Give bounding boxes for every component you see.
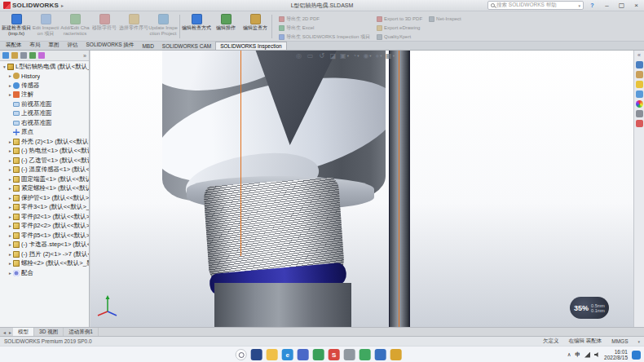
dropdown-arrow-icon[interactable]: ▾: [380, 54, 382, 58]
model-side-rod[interactable]: [389, 51, 410, 327]
tree-item[interactable]: 上视基准面: [0, 109, 89, 119]
expand-arrow-icon[interactable]: ▸: [7, 148, 13, 153]
zoom-fit-icon[interactable]: ◎: [294, 51, 303, 60]
expand-arrow-icon[interactable]: ▸: [7, 233, 13, 238]
tree-item[interactable]: ▸(-) 挡片 (2)<1> ->7 (默认<<默认>_显: [0, 249, 89, 259]
configurationmanager-tab-icon[interactable]: [20, 52, 27, 59]
tree-item[interactable]: ▸零件β2<2> (默认<<默认>_显示状: [0, 222, 89, 232]
maximize-button[interactable]: ▢: [615, 1, 628, 11]
tree-item[interactable]: ▸紧定螺栓<1> (默认<<默认>_显示状: [0, 184, 89, 194]
clock[interactable]: 16:01 2022/8/15: [604, 349, 628, 360]
search-dropdown-icon[interactable]: ▾: [578, 3, 580, 8]
tree-item[interactable]: ▸零件3<1> (默认<<默认>_显示状态-: [0, 203, 89, 213]
dropdown-arrow-icon[interactable]: ▾: [357, 54, 359, 58]
tree-item[interactable]: ▸(-) 热电丝<1> (默认<<默认>_显示状: [0, 147, 89, 157]
ribbon-tab[interactable]: 草图: [45, 41, 64, 50]
tree-item[interactable]: ▾L型铝轴热电偶 (默认<默认_显示状态-1>: [0, 62, 89, 72]
expand-arrow-icon[interactable]: ▸: [7, 242, 13, 247]
tree-item[interactable]: 原点: [0, 128, 89, 138]
ime-indicator[interactable]: 中: [576, 351, 581, 359]
ribbon-tab[interactable]: SOLIDWORKS Inspection: [215, 42, 287, 50]
solidworks-app-button[interactable]: S: [329, 349, 340, 360]
ribbon-tab[interactable]: SOLIDWORKS 插件: [82, 41, 139, 50]
tree-item[interactable]: ▸配合: [0, 268, 89, 278]
ribbon-button[interactable]: Edit Inspection 项目: [31, 12, 60, 41]
expand-arrow-icon[interactable]: ▸: [7, 223, 13, 228]
help-search-input[interactable]: 搜索 SOLIDWORKS 帮助 ▾: [487, 1, 584, 10]
graphics-viewport[interactable]: ◎▭↺◪▣▾◔▾◉▾●▾▦▾ 35% 0.5mm 0.1mm: [90, 51, 633, 327]
section-view-icon[interactable]: ◪: [329, 51, 337, 60]
ribbon-tab[interactable]: 评估: [64, 41, 82, 50]
expand-arrow-icon[interactable]: ▸: [7, 73, 13, 78]
tree-item[interactable]: 前视基准面: [0, 99, 89, 109]
tab-scroll-left-icon[interactable]: ◂: [2, 329, 7, 335]
status-dropdown-icon[interactable]: ▾: [637, 339, 640, 344]
app-icon-green[interactable]: [313, 349, 324, 360]
temporary-axis-rod[interactable]: [399, 51, 399, 327]
tree-item[interactable]: ▸(-) 卡迭器.step<1> (默认<<默认>_显: [0, 241, 89, 250]
expand-arrow-icon[interactable]: ▸: [7, 271, 13, 276]
help-button[interactable]: ?: [586, 1, 598, 11]
expand-arrow-icon[interactable]: ▸: [7, 261, 13, 266]
status-item[interactable]: 欠定义: [543, 338, 559, 345]
ribbon-button[interactable]: 新建检查项目 (imp.fx): [2, 12, 31, 41]
status-item[interactable]: MMGS: [611, 338, 628, 344]
tray-expand-icon[interactable]: ∧: [567, 351, 571, 358]
file-explorer-icon[interactable]: [636, 81, 643, 88]
tree-item[interactable]: ▸保护管<1> (默认<<默认>_显示状态: [0, 193, 89, 203]
network-icon[interactable]: [584, 352, 590, 358]
task-pane-collapse-icon[interactable]: «: [637, 52, 641, 59]
hide-show-items-icon[interactable]: ◉▾: [363, 51, 372, 60]
zoom-area-icon[interactable]: ▭: [306, 51, 315, 60]
document-tab[interactable]: 运动算例1: [64, 328, 99, 336]
temporary-axis-main[interactable]: [240, 51, 241, 256]
minimize-button[interactable]: –: [601, 1, 613, 11]
tree-item[interactable]: 右视基准面: [0, 118, 89, 128]
tree-item[interactable]: ▸固定端盖<1> (默认<<默认>_显示状: [0, 174, 89, 184]
ribbon-tab[interactable]: MBD: [138, 42, 157, 50]
forum-icon[interactable]: [636, 120, 643, 127]
expand-arrow-icon[interactable]: ▸: [7, 92, 13, 97]
start-button[interactable]: [221, 350, 232, 360]
edit-appearance-icon[interactable]: ●▾: [374, 51, 383, 60]
document-tab[interactable]: 3D 视图: [34, 328, 64, 336]
expand-arrow-icon[interactable]: ▸: [7, 252, 13, 257]
dropdown-arrow-icon[interactable]: ▾: [347, 54, 349, 58]
expand-arrow-icon[interactable]: ▸: [7, 186, 13, 191]
tree-item[interactable]: ▸外壳 (2)<1> (默认<<默认>_显示状态-: [0, 137, 89, 147]
task-view-button[interactable]: [251, 349, 262, 360]
expand-arrow-icon[interactable]: ▸: [7, 205, 13, 210]
tree-item[interactable]: ▸注解: [0, 90, 89, 100]
search-button[interactable]: [236, 349, 247, 360]
ribbon-tab[interactable]: SOLIDWORKS CAM: [158, 42, 215, 50]
ribbon-tab[interactable]: 布局: [26, 41, 45, 50]
tree-item[interactable]: ▸零件β5<1> (默认<<默认>_显示状: [0, 231, 89, 241]
ribbon-button[interactable]: 编辑监查方: [240, 12, 270, 41]
view-palette-icon[interactable]: [636, 90, 643, 98]
ribbon-button[interactable]: 编辑操作: [211, 12, 240, 41]
tree-item[interactable]: ▸(-) 温度传感器<1> (默认<<默认>_显: [0, 166, 89, 175]
ribbon-export-button[interactable]: Net-Inspect: [429, 15, 461, 23]
tree-item[interactable]: ▸传感器: [0, 81, 89, 90]
ribbon-export-button[interactable]: 导出生 2D PDF: [279, 15, 370, 23]
document-tab[interactable]: 模型: [13, 328, 34, 336]
tab-scroll-right-icon[interactable]: ▸: [7, 329, 13, 335]
dropdown-arrow-icon[interactable]: ▾: [369, 54, 371, 58]
featuremanager-tab-icon[interactable]: [2, 52, 9, 59]
volume-icon[interactable]: [594, 352, 600, 358]
expand-arrow-icon[interactable]: ▾: [2, 64, 7, 69]
tree-item[interactable]: ▸(-) 乙迭管<1> (默认<<默认>_显示状: [0, 156, 89, 166]
scene-icon[interactable]: ▦▾: [386, 51, 395, 60]
expand-arrow-icon[interactable]: ▸: [7, 139, 13, 144]
appearances-icon[interactable]: [636, 100, 643, 108]
tree-item[interactable]: ▸零件β2<1> (默认<<默认>_显示状: [0, 212, 89, 222]
edge-button[interactable]: e: [282, 349, 293, 360]
close-button[interactable]: ×: [630, 1, 642, 11]
dropdown-arrow-icon[interactable]: ▾: [393, 54, 395, 58]
panel-flyout-icon[interactable]: »: [83, 53, 86, 59]
propertymanager-tab-icon[interactable]: [11, 52, 18, 59]
expand-arrow-icon[interactable]: ▸: [7, 158, 13, 163]
tree-item[interactable]: ▸History: [0, 72, 89, 82]
app-icon-blue[interactable]: [298, 349, 309, 360]
displaymanager-tab-icon[interactable]: [38, 52, 45, 59]
